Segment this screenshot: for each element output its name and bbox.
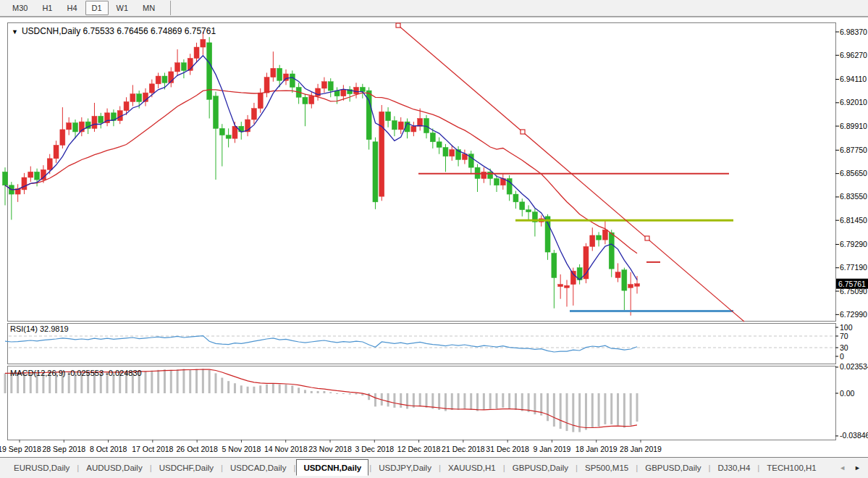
svg-text:8 Oct 2018: 8 Oct 2018 — [90, 445, 127, 453]
chart-tab-audusd[interactable]: AUDUSD,Daily — [80, 461, 148, 475]
chart-tab-gbpusd[interactable]: GBPUSD,Daily — [639, 461, 707, 475]
svg-text:17 Oct 2018: 17 Oct 2018 — [132, 445, 173, 453]
chart-tab-eurusd[interactable]: EURUSD,Daily — [7, 461, 76, 475]
date-axis[interactable]: 19 Sep 201828 Sep 20188 Oct 201817 Oct 2… — [0, 440, 662, 453]
svg-text:3 Dec 2018: 3 Dec 2018 — [355, 445, 394, 453]
chart-tab-bar: EURUSD,Daily|AUDUSD,Daily|USDCHF,Daily|U… — [0, 457, 868, 478]
chart-tab-sp500[interactable]: SP500,M15 — [578, 461, 635, 475]
svg-text:12 Dec 2018: 12 Dec 2018 — [397, 445, 441, 453]
svg-text:28 Sep 2018: 28 Sep 2018 — [43, 445, 86, 453]
svg-text:0: 0 — [840, 352, 844, 361]
svg-text:6.96270: 6.96270 — [840, 51, 867, 59]
chart-title: ▼USDCNH,Daily 6.75533 6.76456 6.74869 6.… — [12, 26, 216, 36]
svg-text:26 Oct 2018: 26 Oct 2018 — [177, 445, 218, 453]
svg-text:18 Jan 2019: 18 Jan 2019 — [576, 445, 618, 453]
rsi-axis: 10070300 — [835, 323, 853, 361]
rsi-label: RSI(14) 32.9819 — [10, 324, 69, 333]
svg-text:6.75761: 6.75761 — [838, 280, 866, 288]
tab-scroll-right-icon[interactable]: ► — [854, 464, 861, 471]
rsi-panel[interactable] — [8, 324, 836, 364]
price-axis[interactable]: 6.983706.962706.941106.920106.899106.877… — [835, 28, 868, 319]
svg-text:6.87750: 6.87750 — [840, 146, 867, 154]
svg-text:100: 100 — [840, 323, 853, 332]
chart-tab-tech100[interactable]: TECH100,H1 — [760, 461, 822, 475]
svg-text:6.83550: 6.83550 — [840, 192, 867, 201]
trendline-anchor[interactable] — [521, 130, 525, 134]
svg-text:28 Jan 2019: 28 Jan 2019 — [620, 445, 662, 453]
svg-text:6.89910: 6.89910 — [840, 122, 867, 130]
chart-canvas[interactable]: 6.983706.962706.941106.920106.899106.877… — [0, 0, 868, 457]
symbol-dropdown-icon[interactable]: ▼ — [12, 28, 18, 35]
chart-tab-usdcnh-active[interactable]: USDCNH,Daily — [296, 459, 368, 476]
svg-text:30: 30 — [840, 343, 848, 352]
svg-text:6.81450: 6.81450 — [840, 216, 867, 225]
svg-text:14 Nov 2018: 14 Nov 2018 — [264, 445, 308, 453]
svg-text:23 Nov 2018: 23 Nov 2018 — [308, 445, 352, 453]
svg-text:-0.038466: -0.038466 — [840, 431, 868, 440]
svg-text:0.023534: 0.023534 — [840, 362, 868, 371]
svg-text:5 Nov 2018: 5 Nov 2018 — [222, 445, 261, 453]
svg-text:19 Sep 2018: 19 Sep 2018 — [0, 445, 41, 453]
svg-text:6.98370: 6.98370 — [840, 28, 867, 36]
svg-text:6.85650: 6.85650 — [840, 169, 867, 177]
svg-text:6.77190: 6.77190 — [840, 263, 867, 272]
macd-label: MACD(12,26,9) -0.025553 -0.024830 — [10, 369, 142, 377]
svg-text:6.72990: 6.72990 — [840, 310, 867, 319]
svg-text:6.92010: 6.92010 — [840, 98, 867, 106]
tab-scroll-arrows: ◄► — [839, 464, 861, 471]
chart-tab-xauusd[interactable]: XAUUSD,H1 — [442, 461, 502, 475]
chart-tab-usdjpy[interactable]: USDJPY,Daily — [372, 461, 438, 475]
svg-text:70: 70 — [840, 332, 848, 340]
macd-axis: 0.0235340.00-0.038466 — [835, 362, 868, 440]
main-price-panel[interactable] — [8, 23, 836, 322]
trendline-anchor[interactable] — [396, 23, 400, 28]
svg-text:6.79290: 6.79290 — [840, 240, 867, 248]
svg-text:9 Jan 2019: 9 Jan 2019 — [533, 445, 570, 453]
ohlc-readout: 6.75533 6.76456 6.74869 6.75761 — [83, 26, 216, 36]
chart-tab-usdchf[interactable]: USDCHF,Daily — [153, 461, 220, 475]
svg-text:6.94110: 6.94110 — [840, 75, 867, 83]
chart-tab-gbpusd[interactable]: GBPUSD,Daily — [506, 461, 575, 475]
svg-text:0.00: 0.00 — [840, 389, 855, 398]
svg-text:21 Dec 2018: 21 Dec 2018 — [442, 445, 485, 453]
chart-tab-dj30[interactable]: DJ30,H4 — [712, 461, 757, 475]
chart-tab-usdcad[interactable]: USDCAD,Daily — [224, 461, 292, 475]
tab-scroll-left-icon[interactable]: ◄ — [839, 464, 846, 471]
symbol-title: USDCNH,Daily — [22, 26, 80, 36]
trendline-anchor[interactable] — [645, 236, 649, 240]
svg-text:31 Dec 2018: 31 Dec 2018 — [486, 445, 529, 453]
